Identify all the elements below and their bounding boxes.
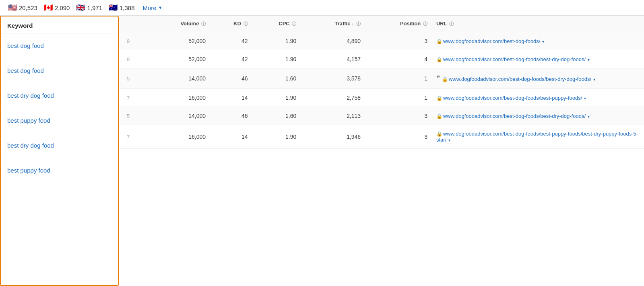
table-row: 716,000141.901,9463🔒www.dogfoodadvisor.c… <box>119 125 644 149</box>
count-gb: 1,971 <box>87 4 102 11</box>
flag-au: 🇦🇺 <box>109 3 118 12</box>
country-gb[interactable]: 🇬🇧 1,971 <box>76 3 102 12</box>
col-traffic-label: Traffic <box>334 21 350 27</box>
col-volume: Volume ⓘ <box>147 16 210 32</box>
url-link-1[interactable]: www.dogfoodadvisor.com/best-dog-foods/be… <box>443 56 586 62</box>
cell-kd-2: 46 <box>210 68 252 89</box>
cell-num-0: 9 <box>119 32 147 50</box>
flag-ca: 🇨🇦 <box>44 3 53 12</box>
cell-traffic-3: 2,758 <box>300 89 365 107</box>
cell-num-5: 7 <box>119 125 147 149</box>
cell-kd-4: 46 <box>210 107 252 125</box>
col-url-label: URL <box>436 21 447 27</box>
url-dropdown-icon-4[interactable]: ▾ <box>586 114 590 119</box>
lock-icon-1: 🔒 <box>436 57 442 62</box>
more-arrow-icon: ▼ <box>158 5 163 10</box>
col-url: URL ⓘ <box>431 16 644 32</box>
url-dropdown-icon-5[interactable]: ▾ <box>447 138 450 142</box>
cell-traffic-2: 3,578 <box>300 68 365 89</box>
cell-traffic-1: 4,157 <box>300 50 365 68</box>
country-us[interactable]: 🇺🇸 20,523 <box>8 3 37 12</box>
col-num <box>119 16 147 32</box>
cell-url-5: 🔒www.dogfoodadvisor.com/best-dog-foods/b… <box>431 125 644 149</box>
cell-cpc-4: 1.60 <box>252 107 301 125</box>
url-link-4[interactable]: www.dogfoodadvisor.com/best-dog-foods/be… <box>443 113 586 119</box>
url-dropdown-icon-0[interactable]: ▾ <box>541 39 544 44</box>
cell-position-0: 3 <box>365 32 431 50</box>
count-us: 20,523 <box>19 4 37 11</box>
table-row: 514,000461.603,5781❞🔒www.dogfoodadvisor.… <box>119 68 644 89</box>
cell-cpc-2: 1.60 <box>252 68 301 89</box>
cell-position-4: 3 <box>365 107 431 125</box>
cell-traffic-0: 4,890 <box>300 32 365 50</box>
flag-gb: 🇬🇧 <box>76 3 85 12</box>
keyword-item-3[interactable]: best puppy food <box>1 108 118 133</box>
keyword-panel-header: Keyword <box>1 16 118 33</box>
country-au[interactable]: 🇦🇺 1,388 <box>109 3 135 12</box>
lock-icon-0: 🔒 <box>436 39 442 44</box>
flag-us: 🇺🇸 <box>8 3 17 12</box>
cell-traffic-4: 2,113 <box>300 107 365 125</box>
url-link-5[interactable]: www.dogfoodadvisor.com/best-dog-foods/be… <box>436 131 638 143</box>
cell-position-3: 1 <box>365 89 431 107</box>
row-num-1: 9 <box>127 56 130 62</box>
table-row: 952,000421.904,8903🔒www.dogfoodadvisor.c… <box>119 32 644 50</box>
cell-num-1: 9 <box>119 50 147 68</box>
col-position-info: ⓘ <box>423 21 427 26</box>
row-num-4: 5 <box>127 113 130 119</box>
cell-kd-0: 42 <box>210 32 252 50</box>
cell-kd-5: 14 <box>210 125 252 149</box>
cell-url-2: ❞🔒www.dogfoodadvisor.com/best-dog-foods/… <box>431 68 644 89</box>
col-traffic[interactable]: Traffic ↓ ⓘ <box>300 16 365 32</box>
keyword-item-4[interactable]: best dry dog food <box>1 133 118 158</box>
cell-position-2: 1 <box>365 68 431 89</box>
col-url-info: ⓘ <box>449 21 454 26</box>
cell-kd-1: 42 <box>210 50 252 68</box>
cell-cpc-1: 1.90 <box>252 50 301 68</box>
keyword-item-1[interactable]: best dog food <box>1 58 118 83</box>
country-ca[interactable]: 🇨🇦 2,090 <box>44 3 70 12</box>
col-kd-label: KD <box>233 21 241 27</box>
main-content: Keyword best dog food best dog food best… <box>0 16 644 286</box>
keyword-item-2[interactable]: best dry dog food <box>1 83 118 108</box>
keyword-panel: Keyword best dog food best dog food best… <box>0 16 119 286</box>
more-label: More <box>143 4 157 11</box>
cell-url-1: 🔒www.dogfoodadvisor.com/best-dog-foods/b… <box>431 50 644 68</box>
cell-volume-4: 14,000 <box>147 107 210 125</box>
col-cpc: CPC ⓘ <box>252 16 301 32</box>
url-dropdown-icon-3[interactable]: ▾ <box>583 96 586 101</box>
cell-num-3: 7 <box>119 89 147 107</box>
cell-position-5: 3 <box>365 125 431 149</box>
quotes-icon: ❞ <box>436 74 440 82</box>
table-row: 514,000461.602,1133🔒www.dogfoodadvisor.c… <box>119 107 644 125</box>
cell-volume-5: 16,000 <box>147 125 210 149</box>
lock-icon-2: 🔒 <box>442 76 448 82</box>
row-num-5: 7 <box>127 134 130 140</box>
top-bar: 🇺🇸 20,523 🇨🇦 2,090 🇬🇧 1,971 🇦🇺 1,388 Mor… <box>0 0 644 16</box>
row-num-2: 5 <box>127 76 130 82</box>
keyword-item-5[interactable]: best puppy food <box>1 158 118 183</box>
url-dropdown-icon-1[interactable]: ▾ <box>586 58 590 62</box>
col-position-label: Position <box>400 21 421 27</box>
col-traffic-info: ⓘ <box>356 21 361 26</box>
row-num-3: 7 <box>127 95 130 101</box>
col-cpc-info: ⓘ <box>292 21 296 26</box>
cell-url-0: 🔒www.dogfoodadvisor.com/best-dog-foods/ … <box>431 32 644 50</box>
col-volume-info: ⓘ <box>201 21 206 26</box>
cell-volume-3: 16,000 <box>147 89 210 107</box>
lock-icon-3: 🔒 <box>436 95 442 101</box>
cell-cpc-0: 1.90 <box>252 32 301 50</box>
page-wrapper: 🇺🇸 20,523 🇨🇦 2,090 🇬🇧 1,971 🇦🇺 1,388 Mor… <box>0 0 644 286</box>
keyword-item-0[interactable]: best dog food <box>1 33 118 58</box>
url-dropdown-icon-2[interactable]: ▾ <box>592 77 595 82</box>
url-link-2[interactable]: www.dogfoodadvisor.com/best-dog-foods/be… <box>449 76 591 82</box>
url-link-3[interactable]: www.dogfoodadvisor.com/best-dog-foods/be… <box>443 95 582 101</box>
data-table: Volume ⓘ KD ⓘ CPC ⓘ Traffic <box>119 16 644 149</box>
cell-kd-3: 14 <box>210 89 252 107</box>
count-ca: 2,090 <box>55 4 70 11</box>
more-button[interactable]: More ▼ <box>143 4 163 11</box>
url-link-0[interactable]: www.dogfoodadvisor.com/best-dog-foods/ <box>443 38 540 44</box>
cell-volume-1: 52,000 <box>147 50 210 68</box>
col-position: Position ⓘ <box>365 16 431 32</box>
count-au: 1,388 <box>120 4 135 11</box>
